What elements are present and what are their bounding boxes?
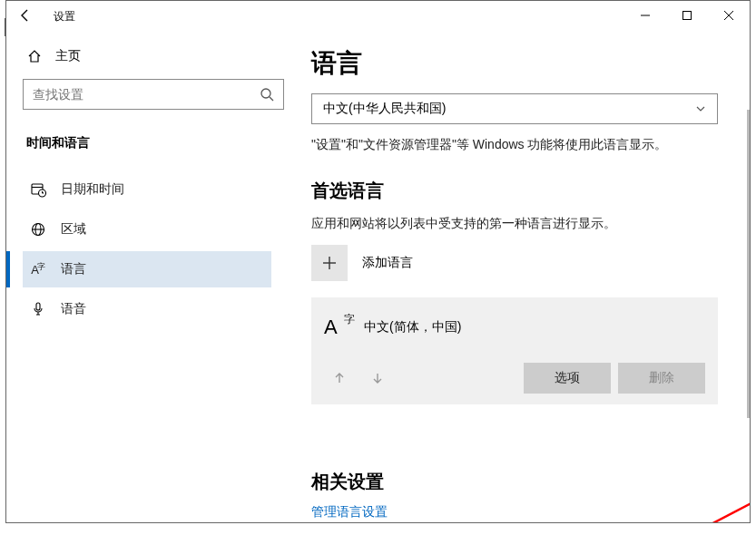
display-language-dropdown[interactable]: 中文(中华人民共和国) [311,93,718,124]
app-title: 设置 [54,7,75,24]
home-label: 主页 [55,48,81,64]
add-language-label: 添加语言 [362,255,413,271]
language-icon: A字 [30,261,46,277]
search-input[interactable] [33,87,260,102]
chevron-down-icon [695,103,706,114]
sidebar-item-label: 语言 [61,261,86,277]
sidebar-item-label: 日期和时间 [61,181,124,198]
manage-language-link[interactable]: 管理语言设置 [311,504,388,519]
titlebar: 设置 [6,1,750,30]
preferred-languages-desc: 应用和网站将以列表中受支持的第一种语言进行显示。 [311,216,735,232]
home-icon [26,49,43,63]
sidebar-item-label: 语音 [61,301,86,317]
related-settings-header: 相关设置 [311,470,735,494]
svg-rect-1 [683,12,692,20]
dropdown-value: 中文(中华人民共和国) [323,101,446,117]
display-language-desc: "设置"和"文件资源管理器"等 Windows 功能将使用此语言显示。 [311,137,735,153]
svg-rect-10 [36,303,40,310]
sidebar-item-label: 区域 [61,221,86,238]
svg-line-3 [270,97,273,101]
sidebar-item-region[interactable]: 区域 [23,211,271,248]
language-item[interactable]: A字 中文(简体，中国) 选项 删除 [311,297,718,404]
language-item-label: 中文(简体，中国) [364,319,461,336]
page-title: 语言 [311,46,735,81]
move-up-button[interactable] [324,363,355,394]
preferred-languages-header: 首选语言 [311,179,735,203]
back-button[interactable] [6,1,44,30]
close-button[interactable] [708,1,750,30]
search-icon [260,87,274,102]
calendar-clock-icon [30,182,46,198]
svg-point-2 [261,89,270,98]
language-glyph-icon: A字 [324,316,348,339]
move-down-button[interactable] [362,363,393,394]
options-button[interactable]: 选项 [524,363,611,394]
settings-window: 设置 主页 [5,0,751,523]
globe-icon [30,222,46,237]
add-language-row[interactable]: 添加语言 [311,245,735,281]
main-content: 语言 中文(中华人民共和国) "设置"和"文件资源管理器"等 Windows 功… [286,30,750,522]
microphone-icon [30,302,46,316]
plus-icon [311,245,348,281]
search-box[interactable] [23,79,284,110]
sidebar-item-language[interactable]: A字 语言 [23,251,271,287]
minimize-button[interactable] [624,1,666,30]
maximize-button[interactable] [666,1,708,30]
delete-button[interactable]: 删除 [618,363,705,394]
sidebar-item-datetime[interactable]: 日期和时间 [23,171,271,208]
section-header: 时间和语言 [26,135,271,151]
sidebar-item-speech[interactable]: 语音 [23,291,271,327]
sidebar: 主页 时间和语言 日期和时间 区域 [6,30,286,522]
home-nav[interactable]: 主页 [26,48,271,64]
